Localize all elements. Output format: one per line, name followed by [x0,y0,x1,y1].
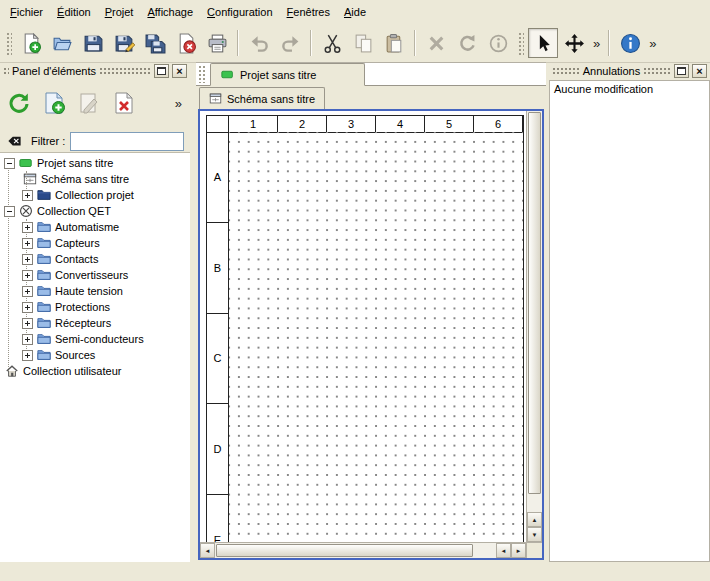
menu-edition[interactable]: Édition [50,2,98,22]
open-project-button[interactable] [47,28,77,58]
copy-button[interactable] [348,28,378,58]
conductor-info-button[interactable] [483,28,513,58]
toolbar-drag-handle[interactable] [5,31,12,55]
folder-icon [36,219,52,235]
vertical-scrollbar[interactable]: ▲ ▼ [526,111,542,542]
about-info-button[interactable] [615,28,645,58]
diagram-canvas[interactable]: 1 2 3 4 5 6 A B C D E [200,111,526,542]
dock-drag-handle[interactable] [552,67,580,75]
vertical-scrollbar-thumb[interactable] [528,112,541,494]
new-document-icon [21,33,42,54]
menu-configuration[interactable]: Configuration [200,2,279,22]
scroll-down-button[interactable]: ▼ [527,527,542,542]
tree-item-contacts[interactable]: Contacts [0,251,190,267]
new-document-button[interactable] [16,28,46,58]
tree-item-automatisme[interactable]: Automatisme [0,219,190,235]
undo-button[interactable] [244,28,274,58]
expand-toggle[interactable] [22,238,33,249]
dock-drag-handle[interactable] [3,67,9,75]
save-all-icon [145,33,166,54]
scroll-left-button[interactable]: ◄ [496,543,511,558]
tabbar-drag-handle[interactable] [198,65,207,83]
close-file-button[interactable] [171,28,201,58]
tree-item-protections[interactable]: Protections [0,299,190,315]
qelectrotech-window: Fichier Édition Projet Affichage Configu… [0,0,710,63]
reload-collections-button[interactable] [3,87,35,119]
filter-input[interactable] [70,132,184,151]
delete-element-button[interactable] [108,87,140,119]
float-panel-button[interactable] [154,64,169,78]
expand-toggle[interactable] [22,286,33,297]
delete-element-icon [112,91,136,115]
rotate-button[interactable] [452,28,482,58]
horizontal-scrollbar-thumb[interactable] [216,544,473,557]
collapse-toggle[interactable] [4,158,15,169]
expand-toggle[interactable] [22,318,33,329]
cut-button[interactable] [317,28,347,58]
tree-item-collection-utilisateur[interactable]: Collection utilisateur [0,363,190,379]
horizontal-scrollbar-track[interactable] [474,543,496,558]
dot-grid[interactable] [229,132,523,542]
panel-overflow-chevron[interactable]: » [172,96,187,111]
tree-item-projet-sans-titre[interactable]: Projet sans titre [0,155,190,171]
paste-button[interactable] [379,28,409,58]
tree-item-schema-sans-titre[interactable]: Schéma sans titre [0,171,190,187]
float-panel-button[interactable] [674,64,689,78]
save-as-button[interactable] [109,28,139,58]
refresh-icon [7,91,31,115]
expand-toggle[interactable] [22,254,33,265]
undo-panel-dock: Annulations × Aucune modification [549,62,710,562]
expand-toggle[interactable] [22,190,33,201]
edit-element-button[interactable] [73,87,105,119]
menu-aide[interactable]: Aide [337,2,373,22]
expand-toggle[interactable] [22,270,33,281]
scroll-left-button[interactable]: ◄ [200,543,215,558]
expand-toggle[interactable] [22,222,33,233]
tab-projet-sans-titre[interactable]: Projet sans titre [210,63,365,86]
pan-mode-button[interactable] [559,28,589,58]
expand-toggle[interactable] [22,334,33,345]
tree-item-haute-tension[interactable]: Haute tension [0,283,190,299]
dock-drag-handle[interactable] [643,67,671,75]
filter-label: Filtrer : [31,135,65,147]
redo-button[interactable] [275,28,305,58]
tree-item-sources[interactable]: Sources [0,347,190,363]
toolbar-overflow-chevron[interactable]: » [590,36,603,51]
tree-item-semi-conducteurs[interactable]: Semi-conducteurs [0,331,190,347]
dock-drag-handle[interactable] [99,67,151,75]
tab-schema-sans-titre[interactable]: Schéma sans titre [199,87,325,109]
delete-button[interactable] [421,28,451,58]
scroll-up-button[interactable]: ▲ [527,512,542,527]
elements-panel-titlebar: Panel d'éléments × [0,62,190,80]
close-panel-button[interactable]: × [692,64,707,78]
menu-affichage[interactable]: Affichage [140,2,200,22]
save-button[interactable] [78,28,108,58]
menu-projet[interactable]: Projet [98,2,141,22]
tree-item-convertisseurs[interactable]: Convertisseurs [0,267,190,283]
undo-panel-title: Annulations [583,65,641,77]
expand-toggle[interactable] [22,302,33,313]
menu-fenetres[interactable]: Fenêtres [280,2,337,22]
undo-list-entry[interactable]: Aucune modification [550,81,709,97]
tree-item-collection-qet[interactable]: Collection QET [0,203,190,219]
collapse-toggle[interactable] [4,206,15,217]
clear-filter-button[interactable] [6,132,26,150]
save-all-button[interactable] [140,28,170,58]
toolbar-drag-handle[interactable] [517,31,524,55]
expand-toggle[interactable] [22,350,33,361]
tree-item-recepteurs[interactable]: Récepteurs [0,315,190,331]
print-button[interactable] [202,28,232,58]
undo-icon [249,33,270,54]
menu-fichier[interactable]: Fichier [3,2,50,22]
vertical-scrollbar-track[interactable] [527,495,542,512]
tree-item-collection-projet[interactable]: Collection projet [0,187,190,203]
row-label: E [207,495,228,542]
scroll-right-button[interactable]: ► [511,543,526,558]
horizontal-scrollbar[interactable]: ◄ ◄ ► [200,542,526,558]
tree-item-capteurs[interactable]: Capteurs [0,235,190,251]
toolbar-overflow-chevron[interactable]: » [646,36,659,51]
folder-icon [36,299,52,315]
select-mode-button[interactable] [528,28,558,58]
new-element-button[interactable] [38,87,70,119]
close-panel-button[interactable]: × [172,64,187,78]
